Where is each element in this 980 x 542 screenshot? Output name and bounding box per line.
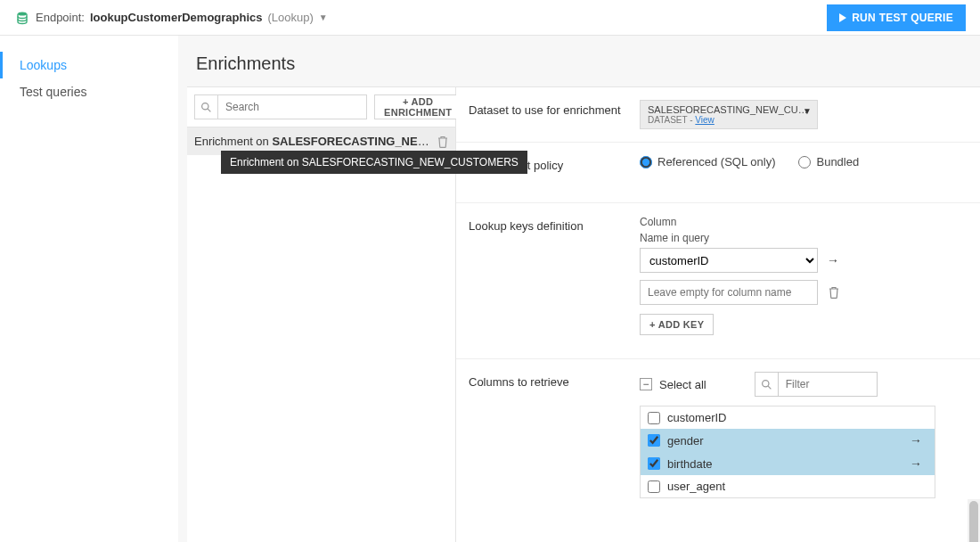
column-name: user_agent xyxy=(667,480,725,493)
enrichment-row[interactable]: Enrichment on SALESFORECASTING_NEW_C… En… xyxy=(187,127,455,155)
enrichments-list-header: + ADD ENRICHMENT xyxy=(187,87,455,127)
column-name: birthdate xyxy=(667,457,713,471)
columns-filter-box[interactable] xyxy=(755,372,878,397)
endpoint-label: Endpoint: xyxy=(36,11,85,24)
sidebar-item-test-queries[interactable]: Test queries xyxy=(0,78,178,105)
policy-option-bundled[interactable]: Bundled xyxy=(798,155,859,168)
column-checkbox[interactable] xyxy=(648,412,660,424)
key-name-input[interactable] xyxy=(640,280,818,305)
arrow-right-icon: → xyxy=(827,253,839,267)
dataset-name: SALESFORECASTING_NEW_CUSTOM… xyxy=(648,104,810,115)
enrichments-list-panel: + ADD ENRICHMENT Enrichment on SALESFORE… xyxy=(187,87,456,542)
keys-column-head: Column xyxy=(640,216,964,228)
key-column-select[interactable]: customerID xyxy=(640,248,818,273)
select-all[interactable]: − Select all xyxy=(640,378,706,391)
svg-point-1 xyxy=(202,103,208,109)
column-row-user-agent[interactable]: user_agent xyxy=(641,475,935,497)
keys-label: Lookup keys definition xyxy=(469,216,640,335)
dataset-subline: DATASET - View xyxy=(648,115,810,125)
chevron-down-icon[interactable]: ▼ xyxy=(319,12,328,22)
policy-row: Deployment policy Referenced (SQL only) … xyxy=(456,143,980,203)
column-name: customerID xyxy=(667,411,726,424)
scrollbar[interactable] xyxy=(968,499,980,542)
column-checkbox[interactable] xyxy=(648,434,660,447)
keys-name-head: Name in query xyxy=(640,232,964,244)
search-input[interactable] xyxy=(218,95,366,119)
column-row-gender[interactable]: gender → xyxy=(641,429,935,452)
chevron-down-icon[interactable]: ▼ xyxy=(803,106,812,116)
database-icon xyxy=(14,10,30,26)
columns-label: Columns to retrieve xyxy=(469,372,640,498)
policy-radio-bundled[interactable] xyxy=(798,156,811,168)
sidebar: Lookups Test queries xyxy=(0,36,178,542)
column-name: gender xyxy=(667,434,703,448)
keys-row: Lookup keys definition Column Name in qu… xyxy=(456,203,980,359)
scrollbar-thumb[interactable] xyxy=(969,501,978,542)
columns-list: customerID gender → birthdate → xyxy=(640,406,935,498)
endpoint-type: (Lookup) xyxy=(268,11,314,24)
trash-icon[interactable] xyxy=(432,136,448,148)
columns-row: Columns to retrieve − Select all xyxy=(456,359,980,511)
play-icon xyxy=(839,13,846,22)
enrichment-row-text: Enrichment on SALESFORECASTING_NEW_C… xyxy=(194,135,432,148)
policy-option-referenced[interactable]: Referenced (SQL only) xyxy=(640,155,775,168)
svg-line-4 xyxy=(768,386,771,389)
policy-radio-referenced[interactable] xyxy=(640,156,652,168)
enrichment-detail-panel: Dataset to use for enrichment SALESFOREC… xyxy=(456,87,980,542)
endpoint-name: lookupCustomerDemographics xyxy=(90,11,263,24)
svg-point-0 xyxy=(18,12,27,15)
enrichment-tooltip: Enrichment on SALESFORECASTING_NEW_CUSTO… xyxy=(221,151,527,174)
arrow-right-icon: → xyxy=(910,456,922,471)
run-test-queries-button[interactable]: RUN TEST QUERIE xyxy=(827,4,966,31)
column-row-birthdate[interactable]: birthdate → xyxy=(641,452,935,475)
svg-line-2 xyxy=(208,109,210,111)
column-row-customerid[interactable]: customerID xyxy=(641,406,935,429)
tristate-checkbox-icon[interactable]: − xyxy=(640,378,652,390)
main-layout: Lookups Test queries Enrichments + ADD E… xyxy=(0,36,980,542)
dataset-view-link[interactable]: View xyxy=(695,115,715,125)
page-title: Enrichments xyxy=(187,50,980,86)
policy-radio-group: Referenced (SQL only) Bundled xyxy=(640,155,964,168)
add-key-button[interactable]: + ADD KEY xyxy=(640,314,714,335)
search-icon xyxy=(195,95,218,119)
search-icon xyxy=(755,373,779,396)
columns-filter-input[interactable] xyxy=(779,373,877,396)
svg-point-3 xyxy=(762,380,768,386)
endpoint-breadcrumb[interactable]: Endpoint: lookupCustomerDemographics (Lo… xyxy=(14,10,328,26)
dataset-row: Dataset to use for enrichment SALESFOREC… xyxy=(456,87,980,143)
run-button-label: RUN TEST QUERIE xyxy=(852,12,953,24)
top-bar: Endpoint: lookupCustomerDemographics (Lo… xyxy=(0,0,980,36)
dataset-selector[interactable]: SALESFORECASTING_NEW_CUSTOM… DATASET - V… xyxy=(640,100,818,129)
panel-split: + ADD ENRICHMENT Enrichment on SALESFORE… xyxy=(187,86,980,542)
column-checkbox[interactable] xyxy=(648,480,660,493)
trash-icon[interactable] xyxy=(829,286,839,299)
search-box[interactable] xyxy=(194,94,367,119)
column-checkbox[interactable] xyxy=(648,457,660,470)
add-enrichment-button[interactable]: + ADD ENRICHMENT xyxy=(374,94,461,119)
content-area: Enrichments + ADD ENRICHMENT Enrichment … xyxy=(178,36,980,542)
arrow-right-icon: → xyxy=(910,433,922,448)
sidebar-item-lookups[interactable]: Lookups xyxy=(0,52,178,78)
key-select-row: customerID → xyxy=(640,248,964,273)
dataset-label: Dataset to use for enrichment xyxy=(469,100,640,129)
